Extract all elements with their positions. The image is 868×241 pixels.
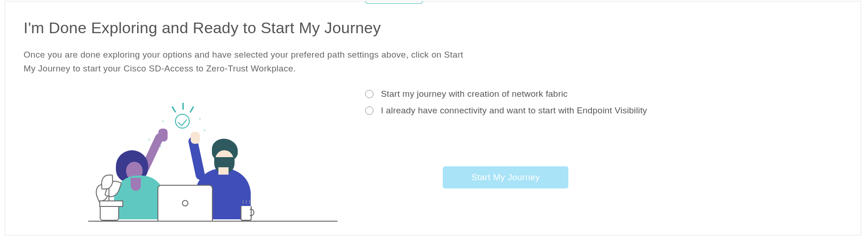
journey-card: I'm Done Exploring and Ready to Start My… bbox=[5, 1, 861, 235]
start-my-journey-button[interactable]: Start My Journey bbox=[443, 166, 568, 188]
laptop-icon bbox=[157, 185, 213, 221]
section-heading: I'm Done Exploring and Ready to Start My… bbox=[24, 19, 842, 37]
journey-options: Start my journey with creation of networ… bbox=[365, 89, 647, 188]
radio-label: I already have connectivity and want to … bbox=[381, 106, 647, 116]
radio-option-endpoint-visibility[interactable]: I already have connectivity and want to … bbox=[365, 106, 647, 116]
content-row: Start my journey with creation of networ… bbox=[24, 93, 842, 222]
celebration-illustration bbox=[88, 93, 338, 222]
section-description: Once you are done exploring your options… bbox=[24, 48, 467, 76]
plant-icon bbox=[100, 204, 119, 221]
radio-icon bbox=[365, 90, 374, 98]
top-accent-pill bbox=[365, 1, 423, 4]
check-icon bbox=[175, 114, 190, 129]
radio-label: Start my journey with creation of networ… bbox=[381, 89, 568, 99]
radio-option-network-fabric[interactable]: Start my journey with creation of networ… bbox=[365, 89, 647, 99]
radio-icon bbox=[365, 106, 374, 115]
